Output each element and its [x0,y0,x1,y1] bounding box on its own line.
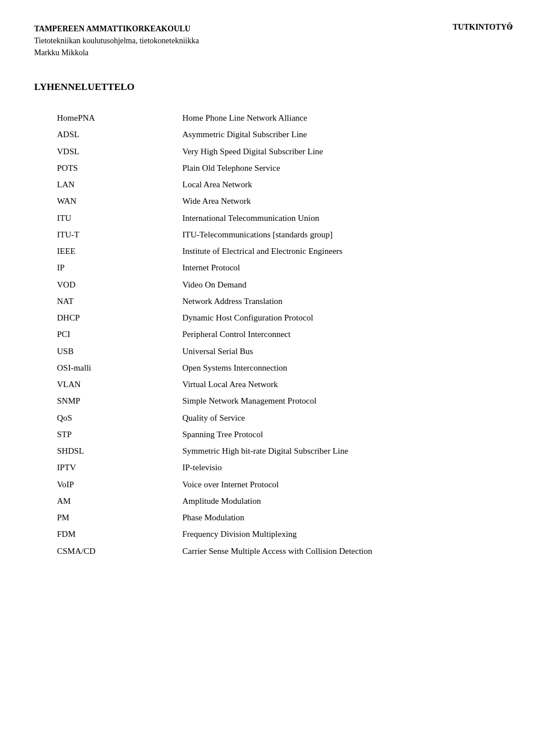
abbreviation-expansion: International Telecommunication Union [182,210,536,227]
abbreviation-expansion: Simple Network Management Protocol [182,393,536,409]
table-row: QoSQuality of Service [57,410,536,426]
abbreviation-expansion: Institute of Electrical and Electronic E… [182,243,536,260]
abbreviation-expansion: Wide Area Network [182,193,536,209]
table-row: ADSLAsymmetric Digital Subscriber Line [57,126,536,143]
abbreviation-term: ADSL [57,126,182,143]
abbreviation-expansion: Voice over Internet Protocol [182,476,536,493]
abbreviation-expansion: Home Phone Line Network Alliance [182,110,536,126]
abbreviation-term: LAN [57,176,182,193]
table-row: VLANVirtual Local Area Network [57,376,536,393]
abbreviation-expansion: Spanning Tree Protocol [182,426,536,443]
abbreviation-term: CSMA/CD [57,543,182,560]
abbreviation-term: ITU-T [57,227,182,243]
abbreviation-expansion: Very High Speed Digital Subscriber Line [182,143,536,160]
page-header: TAMPEREEN AMMATTIKORKEAKOULU Tietoteknii… [34,23,513,59]
abbreviation-expansion: Virtual Local Area Network [182,376,536,393]
abbreviation-expansion: Symmetric High bit-rate Digital Subscrib… [182,443,536,459]
abbreviation-term: WAN [57,193,182,209]
abbreviation-term: NAT [57,293,182,310]
abbreviation-term: VoIP [57,476,182,493]
table-row: SHDSLSymmetric High bit-rate Digital Sub… [57,443,536,459]
abbreviation-expansion: Frequency Division Multiplexing [182,526,536,543]
abbreviation-expansion: Asymmetric Digital Subscriber Line [182,126,536,143]
abbreviation-expansion: Plain Old Telephone Service [182,160,536,176]
abbreviation-term: IEEE [57,243,182,260]
table-row: POTSPlain Old Telephone Service [57,160,536,176]
abbreviation-expansion: Phase Modulation [182,510,536,526]
table-row: LANLocal Area Network [57,176,536,193]
abbreviation-expansion: Carrier Sense Multiple Access with Colli… [182,543,536,560]
abbreviation-term: IPTV [57,459,182,476]
abbreviation-term: PM [57,510,182,526]
abbreviation-term: USB [57,343,182,360]
table-row: PMPhase Modulation [57,510,536,526]
section-title: LYHENNELUETTELO [34,81,513,93]
table-row: VoIPVoice over Internet Protocol [57,476,536,493]
header-right: TUTKINTOTYÖ [452,23,513,32]
abbreviation-term: SNMP [57,393,182,409]
abbreviation-term: VLAN [57,376,182,393]
abbreviation-expansion: Peripheral Control Interconnect [182,326,536,343]
abbreviation-term: DHCP [57,310,182,326]
doc-type: TUTKINTOTYÖ [452,23,513,32]
table-row: PCIPeripheral Control Interconnect [57,326,536,343]
abbreviation-term: AM [57,493,182,510]
abbreviation-term: SHDSL [57,443,182,459]
table-row: IPTVIP-televisio [57,459,536,476]
abbreviation-term: VOD [57,277,182,293]
abbreviation-term: HomePNA [57,110,182,126]
abbreviation-term: STP [57,426,182,443]
table-row: ITU-TITU-Telecommunications [standards g… [57,227,536,243]
abbreviation-expansion: Quality of Service [182,410,536,426]
abbreviation-term: IP [57,260,182,276]
table-row: IPInternet Protocol [57,260,536,276]
abbreviation-expansion: Local Area Network [182,176,536,193]
abbreviation-table: HomePNAHome Phone Line Network AllianceA… [57,110,536,560]
table-row: OSI-malliOpen Systems Interconnection [57,360,536,376]
table-row: NATNetwork Address Translation [57,293,536,310]
abbreviation-expansion: ITU-Telecommunications [standards group] [182,227,536,243]
table-row: VDSLVery High Speed Digital Subscriber L… [57,143,536,160]
abbreviation-expansion: Internet Protocol [182,260,536,276]
abbreviation-term: FDM [57,526,182,543]
table-row: VODVideo On Demand [57,277,536,293]
table-row: USBUniversal Serial Bus [57,343,536,360]
abbreviation-expansion: IP-televisio [182,459,536,476]
author-name: Markku Mikkola [34,47,199,59]
abbreviation-term: VDSL [57,143,182,160]
table-row: CSMA/CDCarrier Sense Multiple Access wit… [57,543,536,560]
abbreviation-term: QoS [57,410,182,426]
page-number: v [509,23,513,32]
table-row: SNMPSimple Network Management Protocol [57,393,536,409]
table-row: WANWide Area Network [57,193,536,209]
abbreviation-expansion: Open Systems Interconnection [182,360,536,376]
abbreviation-expansion: Amplitude Modulation [182,493,536,510]
abbreviation-expansion: Dynamic Host Configuration Protocol [182,310,536,326]
table-row: ITUInternational Telecommunication Union [57,210,536,227]
abbreviation-term: ITU [57,210,182,227]
table-row: DHCPDynamic Host Configuration Protocol [57,310,536,326]
table-row: IEEEInstitute of Electrical and Electron… [57,243,536,260]
table-row: AMAmplitude Modulation [57,493,536,510]
table-row: HomePNAHome Phone Line Network Alliance [57,110,536,126]
abbreviation-expansion: Universal Serial Bus [182,343,536,360]
abbreviation-expansion: Video On Demand [182,277,536,293]
table-row: STPSpanning Tree Protocol [57,426,536,443]
abbreviation-term: POTS [57,160,182,176]
institution-name: TAMPEREEN AMMATTIKORKEAKOULU [34,23,199,35]
program-name: Tietotekniikan koulutusohjelma, tietokon… [34,35,199,47]
table-row: FDMFrequency Division Multiplexing [57,526,536,543]
abbreviation-term: OSI-malli [57,360,182,376]
abbreviation-expansion: Network Address Translation [182,293,536,310]
header-left: TAMPEREEN AMMATTIKORKEAKOULU Tietoteknii… [34,23,199,59]
abbreviation-term: PCI [57,326,182,343]
